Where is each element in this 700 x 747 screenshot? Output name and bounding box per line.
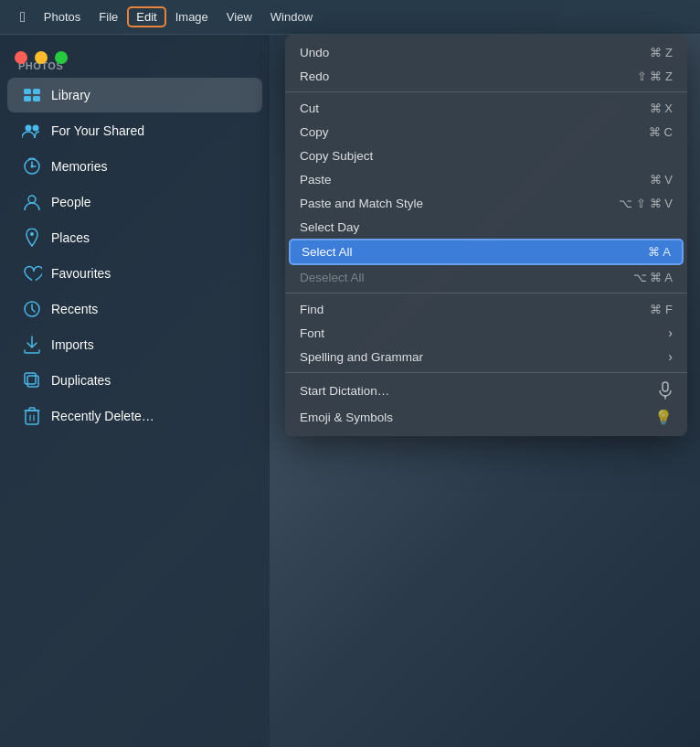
sidebar-item-places[interactable]: Places xyxy=(7,220,262,255)
menu-find-shortcut: ⌘ F xyxy=(650,303,673,316)
menu-select-all-label: Select All xyxy=(302,245,353,259)
menu-select-day-label: Select Day xyxy=(300,220,359,234)
menu-dictation-label: Start Dictation… xyxy=(300,384,389,398)
menu-copy[interactable]: Copy ⌘ C xyxy=(285,120,687,144)
sidebar-item-recents[interactable]: Recents xyxy=(7,292,262,326)
menu-font-label: Font xyxy=(300,326,324,340)
svg-rect-12 xyxy=(25,373,36,384)
sidebar-label-shared: For Your Shared xyxy=(51,123,144,138)
separator-1 xyxy=(285,91,687,92)
favourites-icon xyxy=(22,263,42,283)
sidebar-label-imports: Imports xyxy=(51,337,94,352)
menu-select-day[interactable]: Select Day xyxy=(285,215,687,239)
window-controls xyxy=(15,51,68,64)
menu-deselect-all[interactable]: Deselect All ⌥ ⌘ A xyxy=(285,265,687,289)
separator-2 xyxy=(285,293,687,293)
library-icon xyxy=(22,85,42,105)
menu-paste[interactable]: Paste ⌘ V xyxy=(285,167,687,191)
menu-redo-shortcut: ⇧ ⌘ Z xyxy=(637,69,673,83)
menu-emoji-label: Emoji & Symbols xyxy=(300,411,393,424)
apple-icon:  xyxy=(20,9,26,25)
sidebar-label-duplicates: Duplicates xyxy=(51,373,111,388)
trash-icon xyxy=(22,406,42,426)
menu-deselect-all-shortcut: ⌥ ⌘ A xyxy=(633,271,673,284)
menu-copy-subject-label: Copy Subject xyxy=(300,149,373,163)
menu-paste-match[interactable]: Paste and Match Style ⌥ ⇧ ⌘ V xyxy=(285,191,687,215)
duplicates-icon xyxy=(22,370,42,390)
menu-paste-match-label: Paste and Match Style xyxy=(300,197,423,210)
sidebar-label-places: Places xyxy=(51,230,90,245)
menu-undo-shortcut: ⌘ Z xyxy=(650,46,673,59)
menu-find[interactable]: Find ⌘ F xyxy=(285,297,687,321)
sidebar-item-library[interactable]: Library xyxy=(7,78,262,112)
svg-point-8 xyxy=(28,196,36,203)
imports-icon xyxy=(22,335,42,355)
menubar-view[interactable]: View xyxy=(217,6,261,27)
sidebar-label-recently-deleted: Recently Delete… xyxy=(51,409,154,423)
menu-redo[interactable]: Redo ⇧ ⌘ Z xyxy=(285,64,687,88)
edit-menu: Undo ⌘ Z Redo ⇧ ⌘ Z Cut ⌘ X Copy ⌘ C Cop… xyxy=(285,35,687,436)
menubar-image[interactable]: Image xyxy=(166,6,217,27)
menu-redo-label: Redo xyxy=(300,69,329,83)
svg-rect-13 xyxy=(26,411,38,424)
maximize-button[interactable] xyxy=(55,51,68,64)
sidebar-item-memories[interactable]: Memories xyxy=(7,149,262,184)
menu-paste-match-shortcut: ⌥ ⇧ ⌘ V xyxy=(619,197,673,210)
sidebar-item-recently-deleted[interactable]: Recently Delete… xyxy=(7,399,262,433)
menu-spelling[interactable]: Spelling and Grammar › xyxy=(285,345,687,368)
sidebar-item-shared[interactable]: For Your Shared xyxy=(7,113,262,148)
menubar-edit[interactable]: Edit xyxy=(127,6,165,27)
menu-copy-subject[interactable]: Copy Subject xyxy=(285,144,687,167)
menubar-photos[interactable]: Photos xyxy=(35,6,90,27)
svg-rect-2 xyxy=(24,96,31,101)
minimize-button[interactable] xyxy=(35,51,48,64)
svg-point-7 xyxy=(31,165,34,168)
sidebar-label-recents: Recents xyxy=(51,302,98,316)
svg-rect-14 xyxy=(663,382,668,391)
menu-cut-shortcut: ⌘ X xyxy=(650,101,673,115)
menu-emoji-icon: 💡 xyxy=(654,409,673,426)
menu-copy-label: Copy xyxy=(300,125,329,139)
places-icon xyxy=(22,228,42,248)
menubar-window[interactable]: Window xyxy=(261,6,322,27)
sidebar-item-imports[interactable]: Imports xyxy=(7,327,262,362)
menu-paste-label: Paste xyxy=(300,173,332,187)
sidebar-label-people: People xyxy=(51,195,91,209)
menu-undo[interactable]: Undo ⌘ Z xyxy=(285,40,687,64)
recents-icon xyxy=(22,299,42,319)
menu-select-all[interactable]: Select All ⌘ A xyxy=(289,239,684,265)
svg-rect-3 xyxy=(33,96,40,101)
menu-paste-shortcut: ⌘ V xyxy=(650,173,673,187)
shared-icon xyxy=(22,121,42,141)
svg-rect-0 xyxy=(24,89,31,94)
separator-3 xyxy=(285,372,687,373)
menu-find-label: Find xyxy=(300,303,323,316)
close-button[interactable] xyxy=(15,51,27,64)
menu-spelling-label: Spelling and Grammar xyxy=(300,350,423,364)
menu-font[interactable]: Font › xyxy=(285,321,687,345)
menu-dictation-icon xyxy=(658,381,673,400)
people-icon xyxy=(22,192,42,212)
menubar:  Photos File Edit Image View Window xyxy=(0,0,700,35)
sidebar-item-people[interactable]: People xyxy=(7,185,262,219)
menu-emoji[interactable]: Emoji & Symbols 💡 xyxy=(285,404,687,431)
sidebar: Photos Library For Your Shared xyxy=(0,35,270,747)
svg-point-4 xyxy=(26,125,32,132)
menu-copy-shortcut: ⌘ C xyxy=(649,125,673,139)
svg-point-9 xyxy=(30,232,34,236)
sidebar-label-memories: Memories xyxy=(51,159,107,174)
svg-rect-11 xyxy=(27,376,38,387)
menubar-file[interactable]: File xyxy=(90,6,127,27)
svg-point-5 xyxy=(33,125,39,132)
sidebar-item-favourites[interactable]: Favourites xyxy=(7,256,262,291)
menu-dictation[interactable]: Start Dictation… xyxy=(285,377,687,404)
sidebar-item-duplicates[interactable]: Duplicates xyxy=(7,363,262,398)
sidebar-label-library: Library xyxy=(51,88,90,102)
menu-deselect-all-label: Deselect All xyxy=(300,271,365,284)
menu-cut[interactable]: Cut ⌘ X xyxy=(285,96,687,120)
menu-spelling-arrow: › xyxy=(668,349,673,364)
sidebar-label-favourites: Favourites xyxy=(51,266,111,281)
menu-select-all-shortcut: ⌘ A xyxy=(648,245,671,259)
menu-font-arrow: › xyxy=(668,325,673,340)
apple-menu[interactable]:  xyxy=(11,5,35,29)
